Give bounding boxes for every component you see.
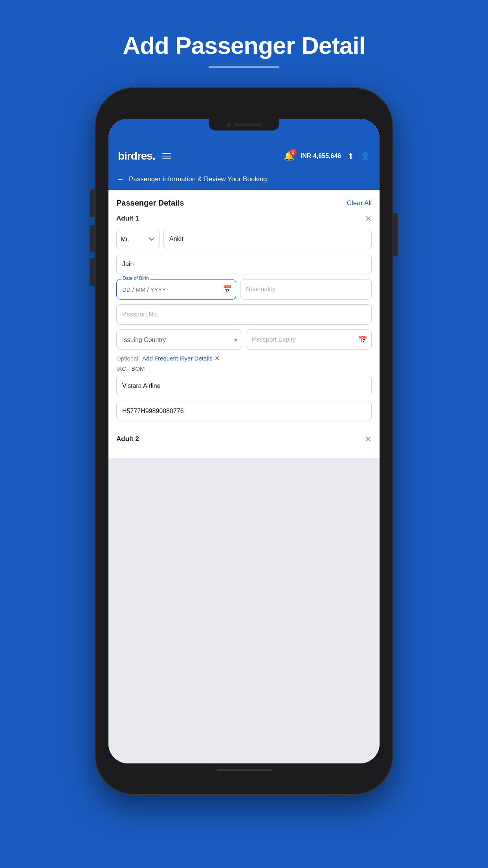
last-name-input[interactable] [116,254,372,274]
back-arrow-icon: ← [116,175,124,184]
name-row: Mr. Mrs. Ms. Dr. [116,229,372,249]
back-navigation[interactable]: ← Passenger information & Review Your Bo… [108,170,380,190]
hamburger-button[interactable] [162,153,171,159]
back-nav-title: Passenger information & Review Your Book… [129,175,267,183]
dob-input[interactable] [116,279,236,300]
nationality-input[interactable] [240,279,372,300]
adult1-header: Adult 1 ✕ [116,214,372,223]
bell-badge: 2 [290,149,297,156]
title-underline [209,66,279,68]
page-header: Add Passenger Detail [123,31,365,68]
navbar-right: 🔔 2 INR 4,655,646 ⬆ 👤 [284,151,370,161]
app-navbar: birdres. 🔔 2 INR 4,655,646 ⬆ 👤 [108,142,380,170]
brand-logo: birdres. [118,150,155,162]
issuing-expiry-row: Issuing Country India USA UK ▾ 📅 [116,329,372,350]
airline-row [116,376,372,396]
balance-display: INR 4,655,646 [301,153,341,160]
adult1-close-button[interactable]: ✕ [365,214,372,223]
expiry-calendar-icon[interactable]: 📅 [358,335,367,344]
passport-number-input[interactable] [116,304,372,325]
passport-expiry-wrapper: 📅 [246,329,372,350]
dob-field-label: Date of Birth [121,276,150,281]
issuing-country-wrapper: Issuing Country India USA UK ▾ [116,329,242,350]
title-select[interactable]: Mr. Mrs. Ms. Dr. [116,229,160,249]
speaker-bar [234,123,261,126]
dob-nationality-row: Date of Birth 📅 [116,279,372,300]
adult1-label: Adult 1 [116,215,139,223]
phone-screen: birdres. 🔔 2 INR 4,655,646 ⬆ 👤 ← Passeng… [108,119,380,763]
optional-row: Optional: Add Frequent Flyer Details ✕ [116,355,372,362]
add-flyer-link[interactable]: Add Frequent Flyer Details [142,355,212,362]
adult2-close-button[interactable]: ✕ [365,434,372,444]
adult2-section: Adult 2 ✕ [116,428,372,444]
clear-all-button[interactable]: Clear All [347,199,372,207]
flyer-close-icon[interactable]: ✕ [215,355,220,362]
airline-input[interactable] [116,376,372,396]
notch [209,119,279,131]
lastname-row [116,254,372,274]
flight-route: IXC - BOM [116,365,372,372]
home-indicator [216,769,272,771]
card-header: Passenger Details Clear All [116,199,372,208]
dob-calendar-icon[interactable]: 📅 [223,285,231,294]
flyer-number-input[interactable] [116,401,372,421]
screen-content: Passenger Details Clear All Adult 1 ✕ Mr… [108,190,380,763]
bell-wrapper[interactable]: 🔔 2 [284,151,294,161]
camera-dot [227,123,231,127]
adult2-label: Adult 2 [116,435,139,443]
navbar-left: birdres. [118,150,171,162]
user-icon[interactable]: 👤 [360,151,370,161]
upload-icon[interactable]: ⬆ [347,151,354,161]
phone-shell: birdres. 🔔 2 INR 4,655,646 ⬆ 👤 ← Passeng… [95,87,393,795]
adult1-section: Adult 1 ✕ Mr. Mrs. Ms. Dr. [116,214,372,421]
dob-wrapper: Date of Birth 📅 [116,279,236,300]
first-name-input[interactable] [163,229,372,249]
phone-top-bar [108,119,380,142]
passport-expiry-input[interactable] [246,329,372,350]
passport-row [116,304,372,325]
optional-label: Optional: [116,355,140,362]
passenger-card: Passenger Details Clear All Adult 1 ✕ Mr… [108,190,380,458]
card-title: Passenger Details [116,199,184,208]
page-title: Add Passenger Detail [123,31,365,59]
flyer-number-row [116,401,372,421]
issuing-country-select[interactable]: Issuing Country India USA UK [116,329,242,350]
